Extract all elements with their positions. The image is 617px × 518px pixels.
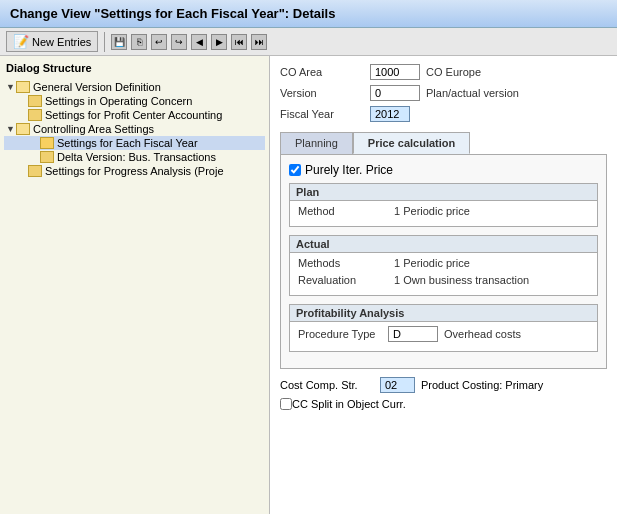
expand-arrow-3: ▼ [6, 124, 16, 134]
prev-page-icon[interactable]: ◀ [191, 34, 207, 50]
cost-comp-str-row: Cost Comp. Str. 02 Product Costing: Prim… [280, 377, 607, 393]
tab-planning-label: Planning [295, 137, 338, 149]
actual-revaluation-label: Revaluation [298, 274, 388, 286]
tree-label-3: Controlling Area Settings [33, 123, 154, 135]
profitability-section-body: Procedure Type D Overhead costs [290, 322, 597, 351]
actual-section-title: Actual [290, 236, 597, 253]
next-page-icon[interactable]: ▶ [211, 34, 227, 50]
actual-revaluation-row: Revaluation 1 Own business transaction [298, 274, 589, 286]
bottom-section: Cost Comp. Str. 02 Product Costing: Prim… [280, 377, 607, 410]
purely-iter-price-row: Purely Iter. Price [289, 163, 598, 177]
procedure-type-text: Overhead costs [444, 328, 521, 340]
plan-method-row: Method 1 Periodic price [298, 205, 589, 217]
redo-icon[interactable]: ↪ [171, 34, 187, 50]
purely-iter-price-label: Purely Iter. Price [305, 163, 393, 177]
folder-open-icon-3 [16, 123, 30, 135]
cc-split-label: CC Split in Object Curr. [292, 398, 406, 410]
last-icon[interactable]: ⏭ [251, 34, 267, 50]
tab-price-calculation-label: Price calculation [368, 137, 455, 149]
fiscal-year-row: Fiscal Year 2012 [280, 106, 607, 122]
plan-section-title: Plan [290, 184, 597, 201]
fiscal-year-value[interactable]: 2012 [370, 106, 410, 122]
folder-open-icon-4 [40, 137, 54, 149]
cc-split-row: CC Split in Object Curr. [280, 398, 607, 410]
expand-arrow-0: ▼ [6, 82, 16, 92]
actual-revaluation-value: 1 Own business transaction [394, 274, 529, 286]
copy-icon[interactable]: ⎘ [131, 34, 147, 50]
window-title: Change View "Settings for Each Fiscal Ye… [10, 6, 335, 21]
tabs-container: Planning Price calculation [280, 132, 607, 154]
new-entries-icon: 📝 [13, 34, 29, 49]
title-bar: Change View "Settings for Each Fiscal Ye… [0, 0, 617, 28]
tree-item-fiscal-year[interactable]: Settings for Each Fiscal Year [4, 136, 265, 150]
tree-label-0: General Version Definition [33, 81, 161, 93]
tab-price-calculation[interactable]: Price calculation [353, 132, 470, 154]
actual-methods-label: Methods [298, 257, 388, 269]
plan-section: Plan Method 1 Periodic price [289, 183, 598, 227]
tree-item-operating-concern[interactable]: Settings in Operating Concern [4, 94, 265, 108]
tree-item-progress-analysis[interactable]: Settings for Progress Analysis (Proje [4, 164, 265, 178]
plan-method-label: Method [298, 205, 388, 217]
co-area-text: CO Europe [426, 66, 481, 78]
profitability-section: Profitability Analysis Procedure Type D … [289, 304, 598, 352]
procedure-type-value[interactable]: D [388, 326, 438, 342]
dialog-structure-title: Dialog Structure [4, 60, 265, 76]
actual-section-body: Methods 1 Periodic price Revaluation 1 O… [290, 253, 597, 295]
folder-icon-2 [28, 109, 42, 121]
save-icon[interactable]: 💾 [111, 34, 127, 50]
new-entries-button[interactable]: 📝 New Entries [6, 31, 98, 52]
profitability-section-title: Profitability Analysis [290, 305, 597, 322]
left-panel: Dialog Structure ▼ General Version Defin… [0, 56, 270, 514]
tree-label-5: Delta Version: Bus. Transactions [57, 151, 216, 163]
toolbar: 📝 New Entries 💾 ⎘ ↩ ↪ ◀ ▶ ⏮ ⏭ [0, 28, 617, 56]
tree-label-1: Settings in Operating Concern [45, 95, 192, 107]
plan-section-body: Method 1 Periodic price [290, 201, 597, 226]
tree-item-general-version[interactable]: ▼ General Version Definition [4, 80, 265, 94]
tab-planning[interactable]: Planning [280, 132, 353, 154]
main-layout: Dialog Structure ▼ General Version Defin… [0, 56, 617, 514]
folder-icon-5 [40, 151, 54, 163]
procedure-type-label: Procedure Type [298, 328, 388, 340]
tree-label-6: Settings for Progress Analysis (Proje [45, 165, 224, 177]
cost-comp-str-label: Cost Comp. Str. [280, 379, 380, 391]
plan-method-value: 1 Periodic price [394, 205, 470, 217]
actual-methods-row: Methods 1 Periodic price [298, 257, 589, 269]
version-text: Plan/actual version [426, 87, 519, 99]
version-row: Version 0 Plan/actual version [280, 85, 607, 101]
right-panel: CO Area 1000 CO Europe Version 0 Plan/ac… [270, 56, 617, 514]
cost-comp-str-value[interactable]: 02 [380, 377, 415, 393]
actual-methods-value: 1 Periodic price [394, 257, 470, 269]
procedure-type-row: Procedure Type D Overhead costs [298, 326, 589, 342]
co-area-label: CO Area [280, 66, 370, 78]
tree-item-profit-center[interactable]: Settings for Profit Center Accounting [4, 108, 265, 122]
cost-comp-str-text: Product Costing: Primary [421, 379, 543, 391]
toolbar-separator [104, 32, 105, 52]
version-value[interactable]: 0 [370, 85, 420, 101]
undo-icon[interactable]: ↩ [151, 34, 167, 50]
fiscal-year-label: Fiscal Year [280, 108, 370, 120]
tree-item-delta-version[interactable]: Delta Version: Bus. Transactions [4, 150, 265, 164]
folder-icon-1 [28, 95, 42, 107]
folder-icon-6 [28, 165, 42, 177]
folder-open-icon-0 [16, 81, 30, 93]
purely-iter-price-checkbox[interactable] [289, 164, 301, 176]
co-area-value[interactable]: 1000 [370, 64, 420, 80]
tree-label-4: Settings for Each Fiscal Year [57, 137, 198, 149]
tree-label-2: Settings for Profit Center Accounting [45, 109, 222, 121]
first-icon[interactable]: ⏮ [231, 34, 247, 50]
co-area-row: CO Area 1000 CO Europe [280, 64, 607, 80]
actual-section: Actual Methods 1 Periodic price Revaluat… [289, 235, 598, 296]
new-entries-label: New Entries [32, 36, 91, 48]
version-label: Version [280, 87, 370, 99]
tab-content: Purely Iter. Price Plan Method 1 Periodi… [280, 154, 607, 369]
cc-split-checkbox[interactable] [280, 398, 292, 410]
tree-item-controlling-area[interactable]: ▼ Controlling Area Settings [4, 122, 265, 136]
